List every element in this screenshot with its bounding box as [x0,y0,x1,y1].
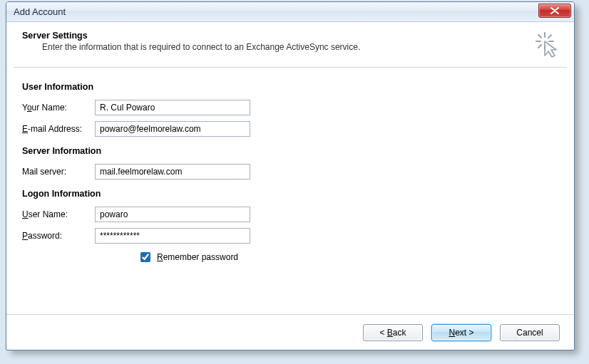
label-user-name: User Name: [22,209,95,219]
row-mail-server: Mail server: [22,162,558,182]
row-password: Password: [22,226,558,246]
your-name-field[interactable] [95,100,250,115]
header-title: Server Settings [22,31,561,41]
next-button[interactable]: Next > [431,324,491,341]
svg-line-6 [538,45,541,48]
footer: < Back Next > Cancel [6,314,574,350]
cancel-button[interactable]: Cancel [500,324,560,341]
titlebar: Add Account [6,2,574,22]
mail-server-field[interactable] [95,164,250,180]
content-area: User Information Your Name: E-mail Addre… [6,68,574,264]
row-email: E-mail Address: [22,119,558,139]
back-button[interactable]: < Back [363,324,423,341]
label-remember: Remember password [157,252,238,262]
cursor-sparkle-icon [534,31,563,59]
header-strip: Server Settings Enter the information th… [14,28,567,68]
user-name-field[interactable] [95,207,250,222]
row-user-name: User Name: [22,204,558,224]
password-field[interactable] [95,228,250,244]
header-subtitle: Enter the information that is required t… [42,42,561,52]
label-mail-server: Mail server: [22,167,95,177]
label-password: Password: [22,231,95,241]
svg-line-4 [538,35,541,38]
label-email: E-mail Address: [22,124,95,134]
section-user-info: User Information [22,82,558,92]
section-server-info: Server Information [22,146,558,156]
close-icon [550,7,559,14]
row-your-name: Your Name: [22,98,558,118]
email-field[interactable] [95,121,250,137]
window-title: Add Account [14,6,66,17]
svg-line-5 [548,35,551,38]
section-logon-info: Logon Information [22,189,558,199]
row-remember: Remember password [138,250,558,264]
label-your-name: Your Name: [22,103,95,113]
remember-checkbox[interactable] [140,252,150,262]
dialog-window: Add Account Server Settings Enter the in… [6,1,575,350]
close-button[interactable] [538,4,571,18]
